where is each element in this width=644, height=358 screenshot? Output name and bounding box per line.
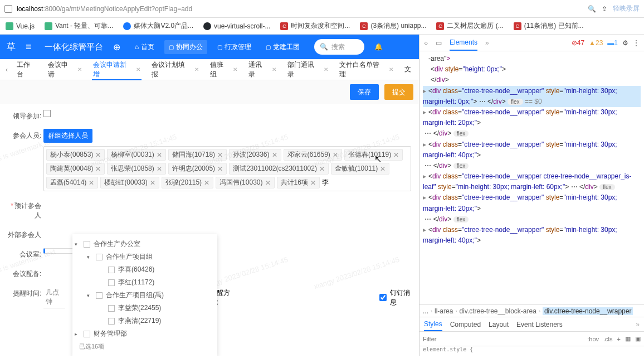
pin-icon[interactable]: ▣ <box>635 335 641 342</box>
plus-icon[interactable]: + <box>617 336 621 342</box>
dom-tree[interactable]: -area"> <div style="height: 0px;"></div>… <box>419 51 644 304</box>
tree-node[interactable]: 李红(11172) <box>99 276 215 289</box>
person-tag[interactable]: 杨柳室(00031)✕ <box>107 149 165 161</box>
person-tag[interactable]: 楼彭虹(00033)✕ <box>100 177 159 188</box>
more-tabs-icon[interactable]: » <box>485 39 489 47</box>
bell-icon[interactable] <box>374 43 383 51</box>
person-tag[interactable]: 冯国伟(10030)✕ <box>216 177 274 188</box>
tab-item[interactable]: 通讯录✕ <box>243 59 281 80</box>
node-checkbox[interactable] <box>96 292 103 299</box>
person-tag[interactable]: 孙波(20336)✕ <box>229 149 281 161</box>
node-checkbox[interactable] <box>108 267 115 273</box>
tree-node[interactable]: ▾合作生产项目组(禹) <box>87 289 215 302</box>
expand-icon[interactable]: ▾ <box>75 241 80 247</box>
close-icon[interactable]: ✕ <box>324 66 328 72</box>
tab-workbench[interactable]: 工作台 <box>11 59 42 80</box>
participants-tags[interactable]: 杨小泰(00853)✕ 杨柳室(00031)✕ 储国海(10718)✕ 孙波(2… <box>43 146 411 191</box>
tree-node[interactable]: 李燕清(22719) <box>99 315 215 327</box>
tab-item[interactable]: 文件白名单管理✕ <box>334 59 399 80</box>
events-tab[interactable]: Event Listeners <box>516 321 563 328</box>
tab-item[interactable]: 会议计划填报✕ <box>146 59 204 80</box>
tree-node[interactable]: ▾合作生产项目组 <box>87 250 215 263</box>
node-checkbox[interactable] <box>84 331 90 337</box>
layout-icon[interactable]: ▦ <box>625 335 631 342</box>
bookmark-item[interactable]: C二叉树层次遍历 (... <box>436 21 503 31</box>
tree-node[interactable]: ▸财务管理部 <box>75 327 215 340</box>
tab-scroll-left-icon[interactable]: ‹ <box>2 66 11 74</box>
bookmark-item[interactable]: Vue.js <box>6 22 35 30</box>
node-checkbox[interactable] <box>96 254 103 260</box>
remind-time-select[interactable]: 几点钟 <box>43 287 65 308</box>
nav-home[interactable]: 首页 <box>130 40 159 54</box>
url-display[interactable]: localhost:8000/ga/mt/MeetingNoticeApplyE… <box>17 5 583 13</box>
remove-icon[interactable]: ✕ <box>95 151 101 159</box>
hamburger-icon[interactable] <box>26 41 35 53</box>
remove-icon[interactable]: ✕ <box>217 151 223 159</box>
group-select-button[interactable]: 群组选择人员 <box>43 129 92 143</box>
remove-icon[interactable]: ✕ <box>272 151 277 159</box>
remove-icon[interactable]: ✕ <box>204 179 209 187</box>
remove-icon[interactable]: ✕ <box>393 151 399 159</box>
tree-node[interactable]: 李益荣(22455) <box>99 302 215 315</box>
tab-item[interactable]: 值班组✕ <box>204 59 243 80</box>
elements-tab[interactable]: Elements <box>450 38 477 51</box>
more-icon[interactable]: » <box>636 321 640 328</box>
globe-icon[interactable] <box>113 42 120 52</box>
nav-party[interactable]: 党建工团 <box>261 40 304 54</box>
person-tag[interactable]: 张骏(20115)✕ <box>162 177 213 188</box>
nav-collab[interactable]: 协同办公 <box>164 40 207 54</box>
person-tag[interactable]: 孟磊(54014)✕ <box>46 177 98 188</box>
tree-node[interactable]: 李喜(60426) <box>99 263 215 276</box>
hov-toggle[interactable]: :hov <box>587 336 599 342</box>
remove-icon[interactable]: ✕ <box>95 165 101 173</box>
person-tag[interactable]: 邓家云(61659)✕ <box>284 149 342 161</box>
kebab-icon[interactable]: ⋮ <box>633 39 640 47</box>
remove-icon[interactable]: ✕ <box>157 165 162 173</box>
info-count[interactable]: ▬1 <box>607 39 618 47</box>
close-icon[interactable]: ✕ <box>389 66 393 72</box>
nav-admin[interactable]: 行政管理 <box>213 40 256 54</box>
person-tag[interactable]: 陶建英(00048)✕ <box>46 163 105 175</box>
remove-icon[interactable]: ✕ <box>150 179 155 187</box>
person-tag[interactable]: 许明忠(20005)✕ <box>168 163 227 175</box>
inspect-icon[interactable]: ⟐ <box>424 39 428 47</box>
tree-node[interactable]: ▾合作生产办公室 <box>75 238 215 250</box>
node-checkbox[interactable] <box>84 241 90 248</box>
person-tag[interactable]: 张德春(10119)✕ <box>344 149 403 161</box>
tab-item[interactable]: 文 <box>399 59 417 80</box>
submit-button[interactable]: 提交 <box>384 84 413 100</box>
person-tag[interactable]: 测试23011002(cs23011002)✕ <box>229 163 329 175</box>
header-search[interactable]: 🔍搜索 <box>314 39 364 55</box>
expand-icon[interactable]: ▾ <box>87 293 92 298</box>
warn-count[interactable]: ▲23 <box>589 39 603 47</box>
person-tag[interactable]: 金敏毓(10011)✕ <box>331 163 389 175</box>
bookmark-item[interactable]: vue-virtual-scroll-... <box>203 22 270 30</box>
bookmark-item[interactable]: C时间复杂度和空间... <box>280 21 350 31</box>
bookmark-item[interactable]: Vant - 轻量、可靠... <box>45 21 113 31</box>
gear-icon[interactable]: ⚙ <box>622 39 628 47</box>
person-tag[interactable]: 储国海(10718)✕ <box>168 149 227 161</box>
node-checkbox[interactable] <box>108 279 115 286</box>
search-icon[interactable]: 🔍 <box>588 5 596 13</box>
bookmark-item[interactable]: C(11条消息) 已知前... <box>514 21 584 31</box>
leader-checkbox[interactable] <box>43 110 51 117</box>
remove-icon[interactable]: ✕ <box>333 151 338 159</box>
close-icon[interactable]: ✕ <box>136 66 140 72</box>
remove-icon[interactable]: ✕ <box>380 165 386 173</box>
remove-icon[interactable]: ✕ <box>157 151 162 159</box>
close-icon[interactable]: ✕ <box>194 66 199 72</box>
remove-icon[interactable]: ✕ <box>89 179 94 187</box>
computed-tab[interactable]: Computed <box>450 321 481 328</box>
expand-icon[interactable]: ▸ <box>75 331 80 337</box>
person-tag[interactable]: 杨小泰(00853)✕ <box>46 149 105 161</box>
share-icon[interactable]: ⇪ <box>602 5 607 13</box>
remove-icon[interactable]: ✕ <box>265 179 271 187</box>
layout-tab[interactable]: Layout <box>489 321 509 328</box>
close-icon[interactable]: ✕ <box>272 66 276 72</box>
styles-tab[interactable]: Styles <box>424 320 442 331</box>
close-icon[interactable]: ✕ <box>233 66 237 72</box>
tab-item[interactable]: 部门通讯录✕ <box>282 59 334 80</box>
close-icon[interactable]: ✕ <box>77 66 82 72</box>
remove-icon[interactable]: ✕ <box>310 179 316 187</box>
device-icon[interactable]: ▭ <box>436 39 442 47</box>
